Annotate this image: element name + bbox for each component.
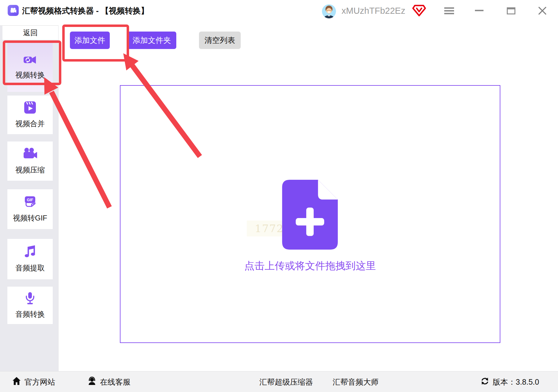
sidebar-item-video-convert[interactable]: 视频转换 (7, 42, 53, 92)
app-logo-icon (8, 5, 19, 16)
video-compress-icon (23, 147, 37, 162)
video-convert-icon (23, 54, 37, 67)
video-merge-icon (23, 101, 37, 116)
sidebar-item-label: 音频转换 (15, 309, 45, 319)
video-to-gif-icon: GIF (23, 195, 37, 210)
svg-text:GIF: GIF (27, 198, 33, 202)
minimize-icon[interactable] (471, 0, 488, 21)
sidebar-item-label: 视频转换 (15, 70, 45, 80)
app-window: 汇帮视频格式转换器 - 【视频转换】 xMUzhTFb22Ez (0, 0, 558, 392)
sidebar-item-label: 音频提取 (15, 263, 45, 273)
super-compressor-link[interactable]: 汇帮超级压缩器 (259, 371, 313, 392)
user-avatar[interactable] (322, 4, 336, 18)
sidebar-item-video-compress[interactable]: 视频压缩 (7, 141, 53, 181)
close-icon[interactable] (534, 0, 551, 21)
dropzone-caption: 点击上传或将文件拖拽到这里 (120, 259, 500, 273)
sidebar-item-label: 视频合并 (15, 119, 45, 129)
maximize-icon[interactable] (503, 0, 520, 21)
vip-badge-icon[interactable] (412, 4, 426, 17)
audio-master-link[interactable]: 汇帮音频大师 (333, 371, 379, 392)
window-title: 汇帮视频格式转换器 - 【视频转换】 (22, 0, 149, 21)
official-website-link[interactable]: 官方网站 (12, 371, 55, 392)
upload-dropzone[interactable]: 1772587278 点击上传或将文件拖拽到这里 (120, 85, 500, 343)
menu-icon[interactable] (441, 0, 458, 21)
username-text: xMUzhTFb22Ez (342, 0, 405, 21)
customer-service-icon (88, 377, 96, 387)
home-icon (12, 377, 21, 387)
status-bar: 官方网站 在线客服 汇帮超级压缩器 汇帮音频大师 (0, 371, 558, 392)
title-bar: 汇帮视频格式转换器 - 【视频转换】 xMUzhTFb22Ez (0, 0, 558, 25)
audio-convert-icon (23, 292, 37, 306)
update-refresh-icon[interactable] (481, 377, 489, 387)
sidebar-item-label: 视频压缩 (15, 165, 45, 175)
back-button[interactable]: 返回 (2, 26, 58, 40)
add-folder-button[interactable]: 添加文件夹 (127, 32, 176, 49)
add-file-plus-icon (282, 180, 338, 251)
online-service-link[interactable]: 在线客服 (88, 371, 131, 392)
add-file-button[interactable]: 添加文件 (70, 32, 110, 49)
clear-list-button[interactable]: 清空列表 (199, 32, 241, 49)
sidebar-item-label: 视频转GIF (13, 213, 47, 223)
sidebar-item-video-to-gif[interactable]: GIF 视频转GIF (7, 189, 53, 229)
sidebar-item-audio-extract[interactable]: 音频提取 (7, 239, 53, 279)
version-info: 版本：3.8.5.0 (481, 371, 539, 392)
audio-extract-icon (23, 245, 37, 260)
sidebar-item-video-merge[interactable]: 视频合并 (7, 96, 53, 134)
sidebar-item-audio-convert[interactable]: 音频转换 (7, 287, 53, 324)
